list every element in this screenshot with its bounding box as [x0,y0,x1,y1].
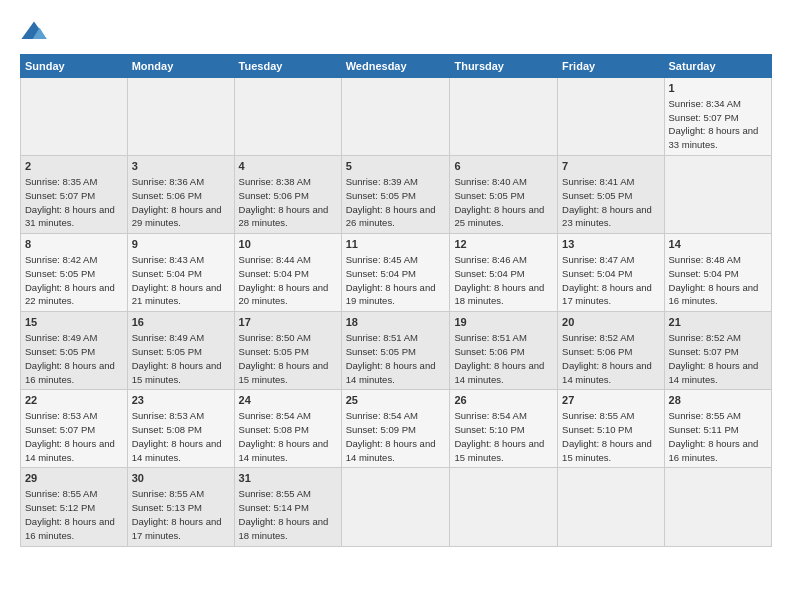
calendar-cell: 4 Sunrise: 8:38 AM Sunset: 5:06 PM Dayli… [234,156,341,234]
calendar-header-monday: Monday [127,55,234,78]
sunset-info: Sunset: 5:05 PM [346,346,416,357]
sunrise-info: Sunrise: 8:53 AM [132,410,204,421]
daylight-info: Daylight: 8 hours and 15 minutes. [562,438,652,463]
calendar-cell: 14 Sunrise: 8:48 AM Sunset: 5:04 PM Dayl… [664,234,771,312]
calendar-week-2: 8 Sunrise: 8:42 AM Sunset: 5:05 PM Dayli… [21,234,772,312]
sunrise-info: Sunrise: 8:43 AM [132,254,204,265]
calendar-cell: 2 Sunrise: 8:35 AM Sunset: 5:07 PM Dayli… [21,156,128,234]
calendar-cell: 22 Sunrise: 8:53 AM Sunset: 5:07 PM Dayl… [21,390,128,468]
sunrise-info: Sunrise: 8:47 AM [562,254,634,265]
sunset-info: Sunset: 5:13 PM [132,502,202,513]
calendar-cell: 17 Sunrise: 8:50 AM Sunset: 5:05 PM Dayl… [234,312,341,390]
daylight-info: Daylight: 8 hours and 18 minutes. [239,516,329,541]
sunset-info: Sunset: 5:06 PM [454,346,524,357]
sunset-info: Sunset: 5:04 PM [669,268,739,279]
sunset-info: Sunset: 5:04 PM [454,268,524,279]
calendar-cell: 15 Sunrise: 8:49 AM Sunset: 5:05 PM Dayl… [21,312,128,390]
sunrise-info: Sunrise: 8:55 AM [25,488,97,499]
sunset-info: Sunset: 5:14 PM [239,502,309,513]
day-number: 31 [239,471,337,486]
calendar-cell: 11 Sunrise: 8:45 AM Sunset: 5:04 PM Dayl… [341,234,450,312]
calendar-cell: 1 Sunrise: 8:34 AM Sunset: 5:07 PM Dayli… [664,78,771,156]
sunset-info: Sunset: 5:05 PM [25,268,95,279]
day-number: 12 [454,237,553,252]
logo-icon [20,18,48,46]
calendar-week-5: 29 Sunrise: 8:55 AM Sunset: 5:12 PM Dayl… [21,468,772,546]
daylight-info: Daylight: 8 hours and 16 minutes. [669,438,759,463]
calendar-header-thursday: Thursday [450,55,558,78]
sunrise-info: Sunrise: 8:55 AM [562,410,634,421]
sunset-info: Sunset: 5:05 PM [25,346,95,357]
sunset-info: Sunset: 5:08 PM [239,424,309,435]
daylight-info: Daylight: 8 hours and 14 minutes. [132,438,222,463]
sunset-info: Sunset: 5:04 PM [346,268,416,279]
page: SundayMondayTuesdayWednesdayThursdayFrid… [0,0,792,612]
daylight-info: Daylight: 8 hours and 14 minutes. [669,360,759,385]
day-number: 23 [132,393,230,408]
daylight-info: Daylight: 8 hours and 15 minutes. [132,360,222,385]
sunset-info: Sunset: 5:12 PM [25,502,95,513]
sunrise-info: Sunrise: 8:45 AM [346,254,418,265]
calendar-cell: 6 Sunrise: 8:40 AM Sunset: 5:05 PM Dayli… [450,156,558,234]
daylight-info: Daylight: 8 hours and 29 minutes. [132,204,222,229]
sunrise-info: Sunrise: 8:40 AM [454,176,526,187]
day-number: 7 [562,159,659,174]
calendar-week-3: 15 Sunrise: 8:49 AM Sunset: 5:05 PM Dayl… [21,312,772,390]
sunrise-info: Sunrise: 8:55 AM [132,488,204,499]
sunset-info: Sunset: 5:05 PM [239,346,309,357]
daylight-info: Daylight: 8 hours and 21 minutes. [132,282,222,307]
calendar-cell: 30 Sunrise: 8:55 AM Sunset: 5:13 PM Dayl… [127,468,234,546]
calendar-cell [664,468,771,546]
day-number: 25 [346,393,446,408]
day-number: 22 [25,393,123,408]
calendar-cell: 21 Sunrise: 8:52 AM Sunset: 5:07 PM Dayl… [664,312,771,390]
daylight-info: Daylight: 8 hours and 15 minutes. [454,438,544,463]
calendar-header-sunday: Sunday [21,55,128,78]
calendar-cell [558,468,664,546]
daylight-info: Daylight: 8 hours and 17 minutes. [132,516,222,541]
day-number: 2 [25,159,123,174]
calendar-cell: 10 Sunrise: 8:44 AM Sunset: 5:04 PM Dayl… [234,234,341,312]
sunrise-info: Sunrise: 8:54 AM [346,410,418,421]
day-number: 13 [562,237,659,252]
day-number: 28 [669,393,767,408]
sunset-info: Sunset: 5:06 PM [239,190,309,201]
day-number: 21 [669,315,767,330]
calendar-cell: 18 Sunrise: 8:51 AM Sunset: 5:05 PM Dayl… [341,312,450,390]
daylight-info: Daylight: 8 hours and 14 minutes. [25,438,115,463]
header [20,18,772,46]
day-number: 1 [669,81,767,96]
calendar-cell [341,468,450,546]
calendar-cell: 28 Sunrise: 8:55 AM Sunset: 5:11 PM Dayl… [664,390,771,468]
sunset-info: Sunset: 5:06 PM [132,190,202,201]
calendar-table: SundayMondayTuesdayWednesdayThursdayFrid… [20,54,772,547]
day-number: 19 [454,315,553,330]
calendar-cell: 29 Sunrise: 8:55 AM Sunset: 5:12 PM Dayl… [21,468,128,546]
sunset-info: Sunset: 5:05 PM [454,190,524,201]
day-number: 17 [239,315,337,330]
sunrise-info: Sunrise: 8:50 AM [239,332,311,343]
sunrise-info: Sunrise: 8:42 AM [25,254,97,265]
sunset-info: Sunset: 5:10 PM [562,424,632,435]
day-number: 29 [25,471,123,486]
sunset-info: Sunset: 5:04 PM [132,268,202,279]
calendar-cell: 23 Sunrise: 8:53 AM Sunset: 5:08 PM Dayl… [127,390,234,468]
day-number: 4 [239,159,337,174]
day-number: 5 [346,159,446,174]
calendar-cell [450,468,558,546]
calendar-cell: 9 Sunrise: 8:43 AM Sunset: 5:04 PM Dayli… [127,234,234,312]
calendar-cell: 13 Sunrise: 8:47 AM Sunset: 5:04 PM Dayl… [558,234,664,312]
daylight-info: Daylight: 8 hours and 16 minutes. [669,282,759,307]
daylight-info: Daylight: 8 hours and 22 minutes. [25,282,115,307]
calendar-week-0: 1 Sunrise: 8:34 AM Sunset: 5:07 PM Dayli… [21,78,772,156]
sunrise-info: Sunrise: 8:36 AM [132,176,204,187]
day-number: 27 [562,393,659,408]
calendar-cell [127,78,234,156]
calendar-header-tuesday: Tuesday [234,55,341,78]
daylight-info: Daylight: 8 hours and 31 minutes. [25,204,115,229]
sunrise-info: Sunrise: 8:48 AM [669,254,741,265]
daylight-info: Daylight: 8 hours and 23 minutes. [562,204,652,229]
daylight-info: Daylight: 8 hours and 18 minutes. [454,282,544,307]
sunrise-info: Sunrise: 8:52 AM [562,332,634,343]
calendar-cell: 31 Sunrise: 8:55 AM Sunset: 5:14 PM Dayl… [234,468,341,546]
